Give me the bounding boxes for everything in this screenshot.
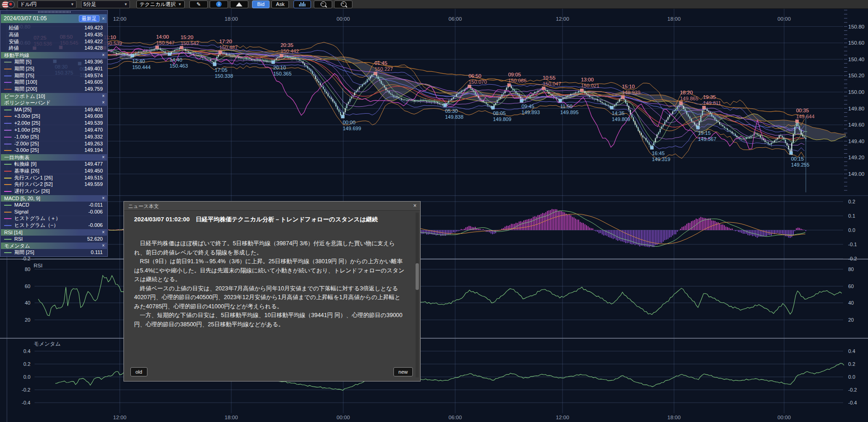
dialog-scrollbar[interactable] bbox=[416, 213, 419, 377]
annotation-time: 16:45 bbox=[652, 150, 665, 156]
info-button[interactable]: i bbox=[210, 0, 228, 8]
bottom-annotation: 00:00149.699 bbox=[341, 115, 361, 131]
close-icon[interactable]: × bbox=[102, 195, 105, 202]
timeframe-select-value: 5分足 bbox=[83, 1, 96, 8]
line-color-swatch bbox=[4, 164, 12, 165]
row-value: -0.011 bbox=[89, 202, 103, 208]
close-icon[interactable]: × bbox=[102, 52, 105, 58]
pair-select[interactable]: ドル/円 ▼ bbox=[18, 0, 76, 8]
news-headline: 2024/03/07 01:02:00 日経平均株価テクニカル分析－トレンドフォ… bbox=[134, 215, 406, 224]
section-title: ピークボトム [10] bbox=[4, 93, 45, 99]
row-label: 先行スパン1 [26] bbox=[14, 174, 53, 181]
row-label: 基準線 [26] bbox=[14, 168, 39, 174]
annotation-price: 150.487 bbox=[219, 45, 238, 50]
row-value: 149.608 bbox=[84, 113, 103, 120]
ohlc-row: 終値149.428 bbox=[0, 45, 107, 52]
row-label: 転換線 [9] bbox=[14, 161, 36, 168]
line-color-swatch bbox=[4, 184, 12, 185]
annotation-time: 10:55 bbox=[543, 75, 556, 81]
draw-tool-button[interactable]: ✎ bbox=[189, 0, 208, 8]
time-axis-label: 18:00 bbox=[668, 415, 681, 420]
line-color-swatch bbox=[4, 89, 12, 90]
candle-chart-button[interactable] bbox=[293, 0, 311, 8]
time-axis-label: 00:00 bbox=[337, 16, 350, 22]
price-axis-label: 149.20 bbox=[848, 155, 864, 160]
sidebar-grip[interactable] bbox=[38, 11, 70, 13]
new-news-button[interactable]: new bbox=[393, 367, 413, 376]
close-icon[interactable]: × bbox=[413, 202, 416, 209]
rsi-axis-label: 60 bbox=[848, 283, 854, 289]
price-axis-label: 149.80 bbox=[848, 106, 864, 111]
price-axis-label: 150.80 bbox=[848, 24, 864, 29]
line-color-swatch bbox=[4, 205, 12, 206]
news-dialog: ニュース本文 × 2024/03/07 01:02:00 日経平均株価テクニカル… bbox=[123, 201, 421, 382]
line-color-swatch bbox=[4, 150, 12, 151]
annotation-price: 150.338 bbox=[215, 73, 233, 79]
mountain-icon bbox=[236, 2, 242, 6]
row-value: 149.428 bbox=[84, 45, 103, 52]
time-axis-label: 06:00 bbox=[449, 16, 462, 22]
dialog-titlebar[interactable]: ニュース本文 × bbox=[124, 202, 420, 211]
close-icon[interactable]: × bbox=[102, 14, 105, 23]
area-chart-button[interactable] bbox=[230, 0, 248, 8]
annotation-time: 13:00 bbox=[581, 77, 594, 82]
timeframe-select[interactable]: 5分足 ▼ bbox=[81, 0, 130, 8]
row-value: 149.450 bbox=[84, 168, 103, 174]
section-header: 一目均衡表× bbox=[1, 154, 107, 161]
row-label: 先行スパン2 [52] bbox=[14, 181, 53, 188]
row-value: -0.006 bbox=[88, 208, 103, 215]
old-news-button[interactable]: old bbox=[130, 367, 147, 376]
technical-select-button[interactable]: テクニカル選択 ▼ bbox=[136, 0, 185, 8]
annotation-price: 150.444 bbox=[132, 64, 151, 70]
toolbar: ドル/円 ▼ 5分足 ▼ テクニカル選択 ▼ ✎ i Bid Ask ↕ bbox=[0, 0, 868, 9]
row-label: 期間 [5] bbox=[14, 58, 31, 65]
annotation-price: 150.547 bbox=[156, 40, 175, 46]
momentum-axis-label: -0.2 bbox=[848, 387, 857, 393]
close-icon[interactable]: × bbox=[102, 229, 105, 236]
close-icon[interactable]: × bbox=[102, 99, 105, 106]
latest-bar-button[interactable]: 最新足 bbox=[79, 15, 100, 22]
indicator-sidebar: 2024/03/07 01:05 最新足 × 始値149.423高値149.43… bbox=[0, 10, 108, 257]
annotation-price: 150.227 bbox=[375, 66, 393, 72]
technical-select-label: テクニカル選択 bbox=[140, 1, 176, 8]
line-color-swatch bbox=[4, 212, 12, 213]
ask-toggle[interactable]: Ask bbox=[271, 0, 289, 8]
row-label: 期間 [100] bbox=[14, 79, 37, 86]
row-value: 149.477 bbox=[84, 161, 103, 168]
close-icon[interactable]: × bbox=[102, 154, 105, 161]
macd-axis-label: 0.2 bbox=[848, 199, 855, 204]
row-value: 149.332 bbox=[84, 133, 103, 140]
close-icon[interactable]: × bbox=[102, 243, 105, 249]
row-label: 安値 bbox=[9, 38, 19, 45]
annotation-time: 01:45 bbox=[375, 60, 387, 66]
bottom-annotation: 14:40150.463 bbox=[168, 52, 188, 68]
line-color-swatch bbox=[4, 116, 12, 117]
annotation-time: 00:35 bbox=[796, 108, 809, 113]
chevron-down-icon: ▼ bbox=[124, 2, 128, 6]
section-header: モメンタム× bbox=[1, 243, 107, 249]
row-value: 149.401 bbox=[84, 65, 103, 72]
price-axis-label: 149.60 bbox=[848, 122, 864, 127]
pair-select-value: ドル/円 bbox=[20, 1, 37, 8]
line-color-swatch bbox=[4, 123, 12, 124]
bottom-annotation: 20:10150.365 bbox=[272, 61, 292, 76]
chevron-down-icon: ▼ bbox=[178, 2, 182, 6]
row-label: 終値 bbox=[9, 45, 19, 52]
annotation-price: 149.865 bbox=[680, 96, 698, 101]
zoom-out-button[interactable]: ↕ − bbox=[314, 0, 332, 8]
annotation-price: 149.644 bbox=[796, 114, 815, 119]
close-icon[interactable]: × bbox=[102, 93, 105, 99]
row-value: 149.422 bbox=[84, 38, 103, 45]
section-title: RSI [14] bbox=[4, 230, 23, 235]
row-value: 0.111 bbox=[91, 249, 103, 256]
zoom-in-button[interactable]: ↕ + bbox=[334, 0, 352, 8]
section-header: RSI [14]× bbox=[1, 229, 107, 236]
annotation-time: 15:20 bbox=[181, 35, 194, 40]
bid-toggle[interactable]: Bid bbox=[252, 0, 270, 8]
candle-bars-icon bbox=[299, 2, 305, 6]
indicator-row: 基準線 [26]149.450 bbox=[0, 168, 107, 174]
row-label: 高値 bbox=[9, 31, 19, 38]
annotation-time: 17:05 bbox=[215, 67, 228, 73]
scrollbar-thumb[interactable] bbox=[416, 263, 419, 290]
news-paragraph: 日経平均株価はほぼ横ばいで終了。5日移動平均線（39874円 3/6）付近を意識… bbox=[134, 239, 405, 257]
